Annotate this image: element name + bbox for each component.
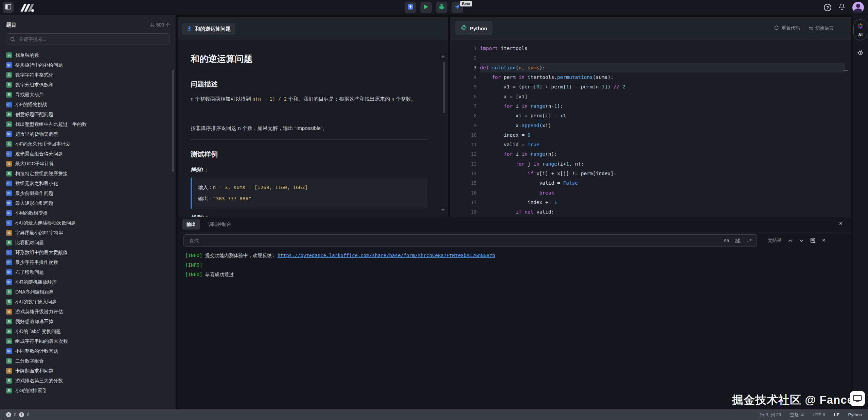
sidebar-toggle-button[interactable] <box>3 2 14 13</box>
tab-output[interactable]: 输出 <box>182 219 200 230</box>
search-input[interactable] <box>18 34 164 44</box>
problem-list-item[interactable]: 中环形数组中的最大贡献值 <box>0 248 176 257</box>
problem-list-item[interactable]: 中观光景点组合得分问题 <box>0 149 176 159</box>
reset-code-button[interactable]: 重置代码 <box>774 25 800 31</box>
problem-list-item[interactable]: 中小U的最大连续移动次数问题 <box>0 218 176 228</box>
marscode-logo-icon[interactable] <box>20 3 36 12</box>
problem-item-title: 创意标题匹配问题 <box>15 112 53 118</box>
problem-list-item[interactable]: 中最少字符串操作次数 <box>0 257 176 267</box>
status-item[interactable]: LF <box>834 412 839 417</box>
code-line[interactable]: 5 x1 = (perm[0] + perm[1] - perm[n-1]) /… <box>450 82 851 91</box>
add-button[interactable] <box>405 2 416 13</box>
problem-list-item[interactable]: 易组成字符串ku的最大次数 <box>0 336 176 346</box>
problem-list-item[interactable]: 易数字字符串格式化 <box>0 70 176 80</box>
problem-list-item[interactable]: 易小F的永久代币卡回本计划 <box>0 139 176 149</box>
problem-list-item[interactable]: 易找单独的数 <box>0 50 176 60</box>
problem-list-item[interactable]: 易小S的倒排索引 <box>0 386 176 396</box>
find-previous-icon[interactable] <box>788 238 793 243</box>
status-item[interactable]: 行 3, 列 23 <box>760 412 781 418</box>
problem-list-item[interactable]: 易小U的数字插入问题 <box>0 297 176 307</box>
problem-list-item[interactable]: 中小R的随机播放顺序 <box>0 277 176 287</box>
problem-list-item[interactable]: 易创意标题匹配问题 <box>0 110 176 119</box>
code-line[interactable]: 4 for perm in itertools.permutations(sum… <box>450 72 851 82</box>
problem-list-item[interactable]: 易DNA序列编辑距离 <box>0 287 176 297</box>
status-item[interactable]: UTF-8 <box>813 412 825 417</box>
problem-list-item[interactable]: 难卡牌翻面求和问题 <box>0 366 176 376</box>
problem-list-item[interactable]: 中最少前缀操作问题 <box>0 188 176 198</box>
code-line[interactable]: 13 for j in range(i+1, n): <box>450 159 851 169</box>
code-line[interactable]: 11 valid = True <box>450 140 851 149</box>
problem-list-item[interactable]: 易寻找最大葫芦 <box>0 90 176 100</box>
log-link[interactable]: https://bytedance.larkoffice.com/share/b… <box>278 253 495 258</box>
user-avatar[interactable] <box>852 2 864 13</box>
problem-list-item[interactable]: 难字典序最小的01字符串 <box>0 228 176 238</box>
find-option-Aa[interactable]: Aa <box>724 238 729 243</box>
code-line[interactable]: 7 for i in range(n-1): <box>450 101 851 111</box>
problem-list-item[interactable]: 中不同整数的计数问题 <box>0 346 176 356</box>
problem-list-item[interactable]: 中最大矩形面积问题 <box>0 198 176 208</box>
scroll-down-arrow[interactable] <box>441 209 445 211</box>
problem-list-item[interactable]: 中数组元素之和最小化 <box>0 179 176 188</box>
problem-list-item[interactable]: 难游戏英雄升级潜力评估 <box>0 307 176 317</box>
problem-list-item[interactable]: 易比赛配对问题 <box>0 238 176 248</box>
find-close-icon[interactable]: × <box>822 237 826 244</box>
status-item[interactable]: Python <box>848 412 862 417</box>
code-editor-body[interactable]: 1import itertools23def solution(n, sums)… <box>450 39 851 217</box>
code-line[interactable]: 15 valid = False <box>450 178 851 188</box>
code-line[interactable]: 14 if x[i] + x[j] != perm[index]: <box>450 169 851 178</box>
problem-list-item[interactable]: 中小M的数组变换 <box>0 208 176 218</box>
problem-list-item[interactable]: 易找出整型数组中占比超过一半的数 <box>0 119 176 129</box>
problem-list-item[interactable]: 中石子移动问题 <box>0 267 176 277</box>
switch-language-button[interactable]: ⇆ 切换语言 <box>809 25 834 31</box>
problem-list-item[interactable]: 难最大UCC子串计算 <box>0 159 176 169</box>
problem-list-item[interactable]: 中超市里的货物架调整 <box>0 129 176 139</box>
find-bar: Aaab.* 无结果 × <box>183 234 825 247</box>
run-button[interactable] <box>420 2 432 13</box>
code-line[interactable]: 12 for i in range(n): <box>450 149 851 159</box>
scroll-up-arrow[interactable] <box>441 55 445 57</box>
problem-list-item[interactable]: 易构造特定数组的逆序拼接 <box>0 169 176 179</box>
problem-list-item[interactable]: 易二分数字组合 <box>0 356 176 366</box>
language-tab-python[interactable]: Python <box>455 21 493 35</box>
help-icon[interactable]: ? <box>824 4 831 11</box>
code-line[interactable]: 18 if not valid: <box>450 207 851 217</box>
problem-list-item[interactable]: 易我好想逃却逃不掉 <box>0 317 176 326</box>
feedback-bug-button[interactable] <box>857 49 864 57</box>
code-line[interactable]: 1import itertools <box>450 44 851 53</box>
errors-icon: × <box>6 412 11 417</box>
code-line[interactable]: 17 index += 1 <box>450 198 851 207</box>
find-option-[interactable]: .* <box>746 238 752 243</box>
code-line[interactable]: 8 xi = perm[i] - x1 <box>450 111 851 120</box>
problem-item-title: 小S的倒排索引 <box>15 388 47 394</box>
line-number: 9 <box>450 123 477 128</box>
find-next-icon[interactable] <box>799 238 804 243</box>
problem-scrollbar[interactable] <box>443 62 445 113</box>
ai-assistant-button[interactable]: AI <box>853 19 867 40</box>
tab-debug-console[interactable]: 调试控制台 <box>204 219 235 230</box>
close-panel-icon[interactable]: × <box>839 220 843 227</box>
problem-list-item[interactable]: 中徒步旅行中的补给问题 <box>0 60 176 70</box>
watermark: 掘金技术社区 @ Fanceir <box>732 392 862 408</box>
sidebar-scrollbar[interactable] <box>172 70 174 172</box>
problems-summary[interactable]: × 0 ! 0 <box>6 412 29 417</box>
code-line[interactable]: 16 break <box>450 188 851 197</box>
find-in-selection-icon[interactable] <box>810 238 816 243</box>
code-line[interactable]: 3def solution(n, sums): <box>450 63 851 72</box>
problem-list-item[interactable]: 易数字分组求偶数和 <box>0 80 176 90</box>
debug-button[interactable] <box>436 2 447 13</box>
find-option-ab[interactable]: ab <box>735 238 740 243</box>
code-line[interactable]: 10 index = 0 <box>450 130 851 140</box>
code-line[interactable]: 2 <box>450 53 851 63</box>
editor-actions: 重置代码 ⇆ 切换语言 <box>774 17 834 39</box>
screen-share-button[interactable] <box>850 391 865 406</box>
find-input[interactable] <box>189 235 681 246</box>
notifications-bell-icon[interactable] <box>838 3 846 12</box>
problem-list-item[interactable]: 易小D的 `abc` 变换问题 <box>0 326 176 336</box>
problem-list-item[interactable]: 中小E的怪物挑战 <box>0 100 176 110</box>
status-item[interactable]: 空格: 4 <box>790 412 803 418</box>
code-line[interactable]: 6 x = [x1] <box>450 91 851 101</box>
code-line[interactable]: 9 x.append(xi) <box>450 120 851 130</box>
problem-tab[interactable]: 和的逆运算问题 <box>182 23 235 35</box>
editor-scrollbar-thumb[interactable] <box>844 70 848 71</box>
problem-list-item[interactable]: 易游戏排名第三大的分数 <box>0 376 176 386</box>
